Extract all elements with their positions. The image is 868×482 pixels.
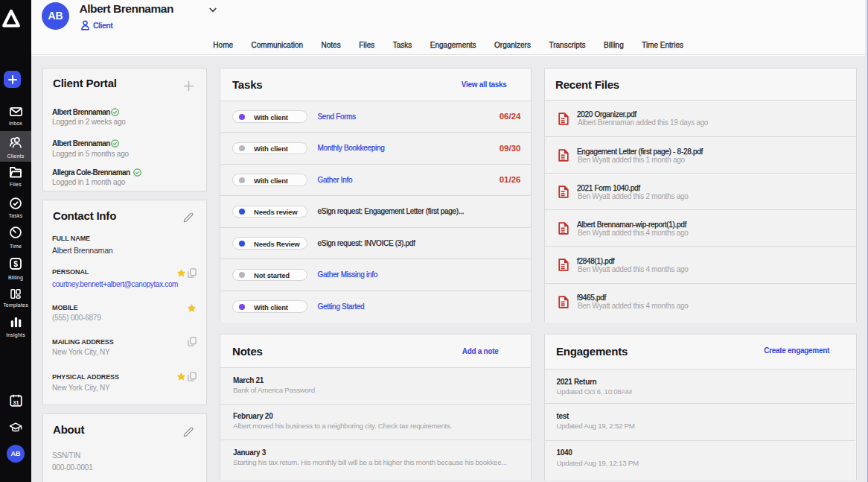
svg-text:31: 31 (13, 399, 19, 405)
svg-text:$: $ (13, 260, 18, 268)
